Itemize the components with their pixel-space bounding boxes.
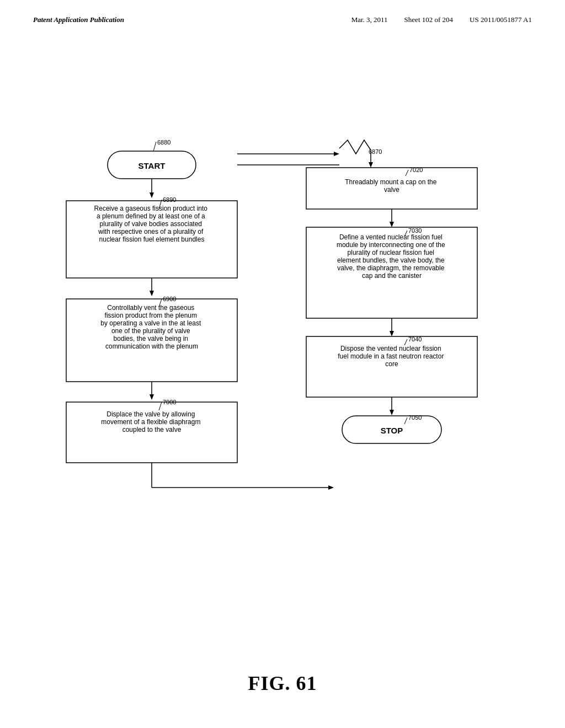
svg-marker-5 <box>150 192 154 198</box>
svg-text:Threadably mount a cap on the
: Threadably mount a cap on the valve <box>345 178 438 194</box>
node-6890: 6890 Receive a gaseous fission product i… <box>66 196 237 278</box>
svg-line-1 <box>153 142 156 151</box>
node-6900: 6900 Controllably vent the gaseous fissi… <box>66 296 237 382</box>
svg-text:6890: 6890 <box>163 196 176 203</box>
svg-marker-11 <box>150 291 154 296</box>
node-7020: 7020 Threadably mount a cap on the valve <box>306 167 477 209</box>
svg-text:7040: 7040 <box>408 336 422 342</box>
svg-text:Dispose the vented nuclear fis: Dispose the vented nuclear fission fuel … <box>338 345 445 368</box>
header-info: Mar. 3, 2011 Sheet 102 of 204 US 2011/00… <box>351 15 532 24</box>
node-7040: 7040 Dispose the vented nuclear fission … <box>306 336 477 397</box>
svg-text:Receive a gaseous fission prod: Receive a gaseous fission product into a… <box>94 205 210 243</box>
svg-line-48 <box>404 417 407 424</box>
svg-text:Controllably vent the gaseous
: Controllably vent the gaseous fission pr… <box>100 304 202 350</box>
svg-text:Define a vented nuclear fissio: Define a vented nuclear fission fuel mod… <box>337 233 447 280</box>
svg-marker-52 <box>334 152 339 156</box>
node-6870: 6870 <box>339 140 382 168</box>
svg-line-29 <box>406 170 408 176</box>
svg-text:6880: 6880 <box>157 139 170 146</box>
svg-marker-34 <box>390 222 394 227</box>
svg-marker-46 <box>390 410 394 415</box>
svg-marker-40 <box>390 331 394 336</box>
svg-line-19 <box>159 402 162 410</box>
stop-node: 7050 STOP <box>342 414 441 443</box>
sheet-label: Sheet 102 of 204 <box>404 15 453 24</box>
page-header: Patent Application Publication Mar. 3, 2… <box>0 0 565 24</box>
node-7000: 7000 Displace the valve by allowing move… <box>66 399 237 463</box>
date-label: Mar. 3, 2011 <box>351 15 388 24</box>
svg-text:7050: 7050 <box>408 414 422 421</box>
start-node: 6880 START <box>108 139 196 179</box>
node-7030: 7030 Define a vented nuclear fission fue… <box>306 227 477 318</box>
figure-label: FIG. 61 <box>248 672 317 695</box>
svg-marker-17 <box>150 394 154 400</box>
svg-text:Displace the valve by allowing: Displace the valve by allowing movement … <box>101 410 202 433</box>
flowchart-svg: 6880 START 6890 Receive a gaseous fissio… <box>0 35 565 642</box>
svg-text:STOP: STOP <box>381 426 403 435</box>
svg-text:START: START <box>138 161 166 170</box>
svg-marker-24 <box>328 485 334 490</box>
diagram-area: 6880 START 6890 Receive a gaseous fissio… <box>0 35 565 642</box>
svg-marker-27 <box>369 162 373 168</box>
publication-label: Patent Application Publication <box>33 15 124 24</box>
patent-label: US 2011/0051877 A1 <box>470 15 532 24</box>
